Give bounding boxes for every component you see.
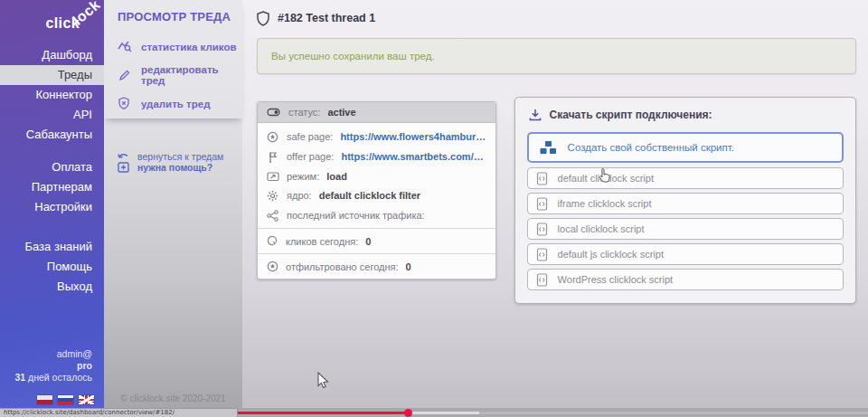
sidebar-item-logout[interactable]: Выход	[0, 277, 104, 297]
link-label: нужна помощь?	[137, 162, 212, 173]
script-button-label: default clicklock script	[558, 173, 654, 184]
sidebar-item-subaccounts[interactable]: Сабакаунты	[0, 125, 104, 145]
menu-item-label: удалить тред	[141, 99, 210, 109]
status-label: статус:	[288, 107, 320, 118]
download-scripts-card: Скачать скрипт подключения: Создать свой…	[514, 97, 856, 304]
offer-page-link[interactable]: https://www.smartbets.com/football/tea..…	[341, 151, 486, 162]
success-alert-message: Вы успешно сохранили ваш тред.	[271, 51, 435, 62]
clicklock-logo: click lock	[0, 0, 104, 42]
status-row-mode: режим: load	[258, 166, 495, 185]
download-icon	[529, 109, 542, 121]
account-info: admin@ pro 31 дней осталось	[0, 348, 104, 384]
scripts-card-title: Скачать скрипт подключения:	[550, 109, 712, 121]
app-window: click lock Дашборд Треды Коннектор API С…	[0, 0, 868, 417]
success-alert: Вы успешно сохранили ваш тред.	[257, 38, 856, 74]
progress-scrubber-handle[interactable]	[404, 409, 412, 417]
sidebar: click lock Дашборд Треды Коннектор API С…	[0, 0, 104, 409]
script-button-local[interactable]: local clicklock script	[527, 218, 844, 240]
pencil-icon	[118, 69, 133, 82]
delete-shield-icon	[118, 97, 133, 110]
flag-white-red-icon[interactable]	[37, 395, 52, 404]
script-button-default[interactable]: default clicklock script	[527, 167, 844, 189]
sidebar-item-knowledge-base[interactable]: База знаний	[0, 237, 104, 257]
sidebar-item-connector[interactable]: Коннектор	[0, 85, 104, 105]
page-title: #182 Test thread 1	[278, 12, 375, 24]
menu-item-edit-thread[interactable]: редактировать тред	[104, 59, 242, 91]
sidebar-item-threads[interactable]: Треды	[0, 65, 104, 85]
shield-icon	[257, 11, 269, 26]
thread-menu-panel: ПРОСМОТР ТРЕДА статистика кликов редакти…	[104, 0, 242, 409]
sidebar-item-settings[interactable]: Настройки	[0, 197, 104, 217]
badge-star-icon	[267, 131, 279, 143]
toggle-on-icon	[267, 108, 281, 117]
sidebar-nav: Дашборд Треды Коннектор API Сабакаунты О…	[0, 45, 104, 297]
menu-item-label: статистика кликов	[141, 42, 237, 52]
link-label: вернуться к тредам	[137, 151, 223, 162]
account-days-left: 31 дней осталось	[0, 372, 92, 384]
status-row-core: ядро: default clicklock filter	[258, 185, 495, 205]
flag-russia-icon[interactable]	[58, 395, 73, 404]
link-back-to-threads[interactable]: вернуться к тредам	[104, 151, 242, 162]
create-custom-script-button[interactable]: Создать свой собственный скрипт.	[527, 132, 844, 163]
script-button-default-js[interactable]: default js clicklock script	[527, 243, 844, 265]
file-code-icon	[536, 197, 548, 211]
sidebar-item-payment[interactable]: Оплата	[0, 157, 104, 177]
file-code-icon	[536, 273, 548, 287]
main-content: #182 Test thread 1 Вы успешно сохранили …	[242, 0, 868, 409]
sidebar-item-help[interactable]: Помощь	[0, 257, 104, 277]
page-header: #182 Test thread 1	[257, 8, 856, 28]
menu-item-click-statistics[interactable]: статистика кликов	[104, 34, 242, 59]
thread-status-card: статус: active safe page: https://www.fl…	[257, 101, 496, 280]
thread-menu-card: ПРОСМОТР ТРЕДА статистика кликов редакти…	[104, 0, 242, 118]
safe-page-link[interactable]: https://www.flowers4hamburg.com/	[340, 131, 486, 142]
sidebar-item-dashboard[interactable]: Дашборд	[0, 45, 104, 65]
file-code-icon	[536, 172, 548, 185]
share-icon	[267, 210, 279, 222]
script-button-iframe[interactable]: iframe clicklock script	[527, 193, 844, 214]
undo-icon	[118, 151, 130, 162]
status-row-last-traffic-source: последний источник трафика:	[258, 205, 495, 225]
cubes-icon	[539, 140, 558, 156]
flag-icon	[267, 151, 279, 163]
help-plus-icon	[118, 162, 130, 173]
script-button-wordpress[interactable]: WordPress clicklock script	[527, 269, 844, 290]
status-row-offer-page: offer page: https://www.smartbets.com/fo…	[258, 147, 495, 166]
account-plan: pro	[0, 360, 92, 372]
link-need-help[interactable]: нужна помощь?	[104, 162, 242, 173]
thread-menu-links: вернуться к тредам нужна помощь?	[104, 151, 242, 173]
counter-clicks-today: кликов сегодня: 0	[258, 228, 495, 253]
sidebar-item-partners[interactable]: Партнерам	[0, 177, 104, 197]
file-code-icon	[536, 223, 548, 236]
flag-uk-icon[interactable]	[79, 395, 94, 404]
counter-filtered-today: отфильтровано сегодня: 0	[258, 253, 495, 279]
scripts-card-header: Скачать скрипт подключения:	[529, 109, 844, 121]
file-code-icon	[536, 248, 548, 261]
browser-status-url: https://clicklock.site/dashboard/connect…	[0, 408, 238, 417]
menu-item-delete-thread[interactable]: удалить тред	[104, 91, 242, 116]
script-button-label: iframe clicklock script	[558, 198, 652, 209]
click-target-icon	[267, 235, 278, 247]
status-row-safe-page: safe page: https://www.flowers4hamburg.c…	[258, 127, 495, 147]
status-card-header: статус: active	[258, 102, 495, 123]
script-button-label: default js clicklock script	[558, 249, 664, 260]
copyright: © clicklock.site 2020-2021	[104, 393, 242, 403]
script-button-label: WordPress clicklock script	[558, 274, 674, 285]
account-email: admin@	[0, 348, 92, 360]
stats-icon	[118, 40, 133, 53]
menu-item-label: редактировать тред	[141, 64, 239, 86]
status-value: active	[327, 107, 355, 118]
create-custom-script-label: Создать свой собственный скрипт.	[568, 142, 734, 153]
thread-menu-title: ПРОСМОТР ТРЕДА	[104, 10, 242, 24]
gear-icon	[267, 190, 279, 202]
sidebar-item-api[interactable]: API	[0, 105, 104, 125]
script-button-label: local clicklock script	[558, 223, 645, 234]
language-switcher	[37, 395, 94, 404]
badge-star-icon	[267, 261, 278, 272]
mode-icon	[267, 171, 279, 182]
